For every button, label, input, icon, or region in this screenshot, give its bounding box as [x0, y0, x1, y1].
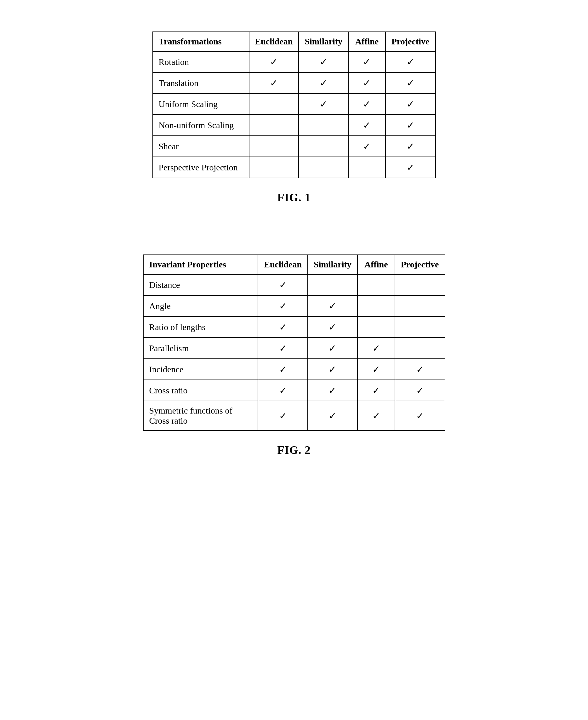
fig1-row-4: Shear✓✓: [153, 136, 436, 157]
checkmark-icon: ✓: [406, 78, 415, 88]
fig1-col-affine: Affine: [348, 32, 385, 51]
fig1-cell-projective-3: ✓: [385, 115, 436, 136]
fig2-cell-affine-1: [357, 295, 395, 317]
fig1-row-name-4: Shear: [153, 136, 249, 157]
fig1-col-transformations: Transformations: [153, 32, 249, 51]
fig2-row-4: Incidence✓✓✓✓: [143, 359, 445, 380]
fig1-table: Transformations Euclidean Similarity Aff…: [152, 31, 436, 178]
fig2-row-name-5: Cross ratio: [143, 380, 258, 401]
fig1-cell-projective-4: ✓: [385, 136, 436, 157]
fig2-cell-euclidean-2: ✓: [258, 317, 308, 338]
checkmark-icon: ✓: [406, 57, 415, 67]
fig1-col-similarity: Similarity: [298, 32, 348, 51]
page-container: Transformations Euclidean Similarity Aff…: [25, 13, 563, 482]
checkmark-icon: ✓: [279, 364, 287, 375]
checkmark-icon: ✓: [363, 57, 371, 67]
fig2-row-0: Distance✓: [143, 274, 445, 295]
checkmark-icon: ✓: [329, 301, 336, 311]
fig2-cell-projective-6: ✓: [395, 401, 445, 430]
fig1-cell-projective-2: ✓: [385, 93, 436, 115]
fig2-cell-projective-2: [395, 317, 445, 338]
checkmark-icon: ✓: [329, 343, 336, 353]
fig1-row-2: Uniform Scaling✓✓✓: [153, 93, 436, 115]
fig1-cell-affine-4: ✓: [348, 136, 385, 157]
fig2-cell-affine-6: ✓: [357, 401, 395, 430]
checkmark-icon: ✓: [416, 411, 424, 421]
checkmark-icon: ✓: [320, 99, 328, 109]
fig1-row-name-2: Uniform Scaling: [153, 93, 249, 115]
fig1-col-euclidean: Euclidean: [249, 32, 299, 51]
fig2-col-affine: Affine: [357, 255, 395, 274]
fig1-row-3: Non-uniform Scaling✓✓: [153, 115, 436, 136]
fig2-row-6: Symmetric functions of Cross ratio✓✓✓✓: [143, 401, 445, 430]
fig1-row-1: Translation✓✓✓✓: [153, 72, 436, 93]
checkmark-icon: ✓: [329, 385, 336, 396]
fig1-row-0: Rotation✓✓✓✓: [153, 51, 436, 72]
checkmark-icon: ✓: [320, 78, 328, 88]
checkmark-icon: ✓: [320, 57, 328, 67]
fig2-row-name-0: Distance: [143, 274, 258, 295]
fig2-cell-similarity-3: ✓: [308, 338, 357, 359]
fig2-row-5: Cross ratio✓✓✓✓: [143, 380, 445, 401]
fig2-cell-euclidean-5: ✓: [258, 380, 308, 401]
checkmark-icon: ✓: [279, 411, 287, 421]
fig1-cell-affine-3: ✓: [348, 115, 385, 136]
fig1-cell-euclidean-1: ✓: [249, 72, 299, 93]
fig2-row-name-4: Incidence: [143, 359, 258, 380]
fig2-cell-projective-3: [395, 338, 445, 359]
fig2-cell-similarity-1: ✓: [308, 295, 357, 317]
fig2-cell-affine-5: ✓: [357, 380, 395, 401]
fig2-label: FIG. 2: [277, 443, 311, 457]
fig2-cell-projective-5: ✓: [395, 380, 445, 401]
fig2-row-1: Angle✓✓: [143, 295, 445, 317]
fig2-row-name-2: Ratio of lengths: [143, 317, 258, 338]
fig1-cell-euclidean-2: [249, 93, 299, 115]
fig2-cell-euclidean-1: ✓: [258, 295, 308, 317]
fig1-cell-euclidean-4: [249, 136, 299, 157]
fig2-cell-similarity-5: ✓: [308, 380, 357, 401]
checkmark-icon: ✓: [372, 411, 380, 421]
checkmark-icon: ✓: [372, 385, 380, 396]
fig1-row-name-1: Translation: [153, 72, 249, 93]
checkmark-icon: ✓: [270, 78, 278, 88]
fig2-col-properties: Invariant Properties: [143, 255, 258, 274]
fig1-row-name-0: Rotation: [153, 51, 249, 72]
checkmark-icon: ✓: [372, 343, 380, 353]
checkmark-icon: ✓: [406, 141, 415, 151]
checkmark-icon: ✓: [416, 364, 424, 375]
fig2-cell-similarity-2: ✓: [308, 317, 357, 338]
fig2-row-name-6: Symmetric functions of Cross ratio: [143, 401, 258, 430]
fig1-header-row: Transformations Euclidean Similarity Aff…: [153, 32, 436, 51]
checkmark-icon: ✓: [279, 343, 287, 353]
fig2-cell-similarity-0: [308, 274, 357, 295]
fig2-row-name-3: Parallelism: [143, 338, 258, 359]
fig1-row-name-5: Perspective Projection: [153, 157, 249, 178]
checkmark-icon: ✓: [270, 57, 278, 67]
fig1-cell-euclidean-3: [249, 115, 299, 136]
checkmark-icon: ✓: [279, 322, 287, 332]
fig1-row-name-3: Non-uniform Scaling: [153, 115, 249, 136]
fig2-cell-similarity-6: ✓: [308, 401, 357, 430]
checkmark-icon: ✓: [279, 301, 287, 311]
fig2-cell-euclidean-0: ✓: [258, 274, 308, 295]
fig1-cell-affine-0: ✓: [348, 51, 385, 72]
fig1-cell-affine-2: ✓: [348, 93, 385, 115]
checkmark-icon: ✓: [329, 411, 336, 421]
checkmark-icon: ✓: [406, 99, 415, 109]
fig2-row-2: Ratio of lengths✓✓: [143, 317, 445, 338]
fig2-cell-affine-3: ✓: [357, 338, 395, 359]
fig2-row-name-1: Angle: [143, 295, 258, 317]
fig1-cell-similarity-3: [298, 115, 348, 136]
fig1-cell-projective-0: ✓: [385, 51, 436, 72]
fig2-cell-projective-1: [395, 295, 445, 317]
fig2-cell-projective-0: [395, 274, 445, 295]
fig2-header-row: Invariant Properties Euclidean Similarit…: [143, 255, 445, 274]
fig1-cell-similarity-5: [298, 157, 348, 178]
checkmark-icon: ✓: [363, 78, 371, 88]
checkmark-icon: ✓: [329, 322, 336, 332]
checkmark-icon: ✓: [363, 99, 371, 109]
fig2-cell-euclidean-6: ✓: [258, 401, 308, 430]
fig2-col-euclidean: Euclidean: [258, 255, 308, 274]
fig2-col-similarity: Similarity: [308, 255, 357, 274]
fig2-cell-projective-4: ✓: [395, 359, 445, 380]
